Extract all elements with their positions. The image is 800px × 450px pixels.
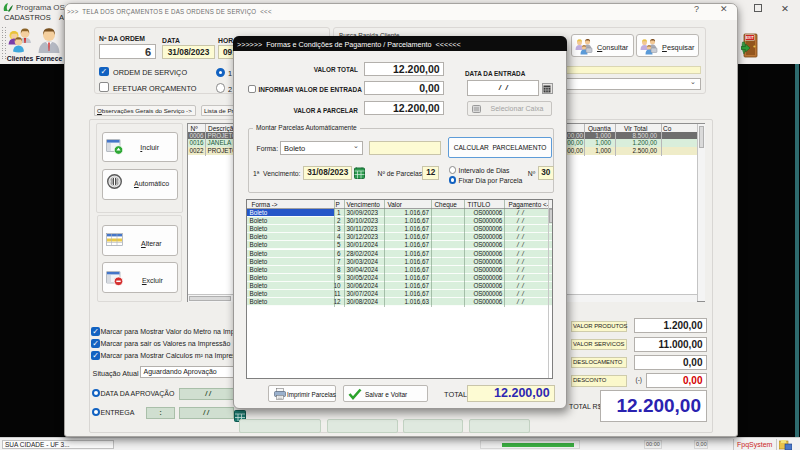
svg-text:EXIT: EXIT (746, 36, 755, 40)
